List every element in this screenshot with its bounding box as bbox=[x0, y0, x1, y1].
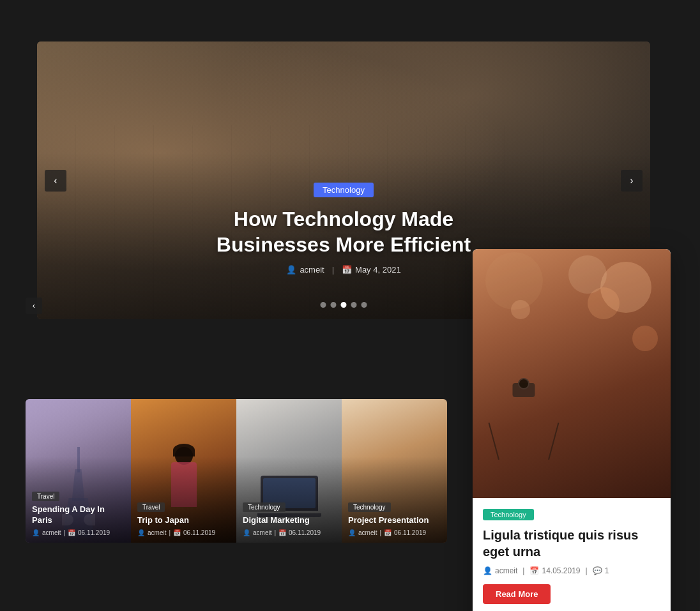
featured-card: Technology Ligula tristique quis risus e… bbox=[473, 249, 671, 611]
camera-tripod-icon bbox=[492, 383, 556, 460]
featured-author: 👤 acmeit bbox=[483, 566, 517, 575]
strip-card-paris[interactable]: Travel Spending A Day In Paris 👤 acmeit … bbox=[26, 399, 131, 543]
user-icon: 👤 bbox=[286, 265, 296, 275]
hero-next-button[interactable]: › bbox=[621, 170, 643, 192]
strip-paris-meta: 👤 acmeit | 📅 06.11.2019 bbox=[32, 529, 125, 536]
hero-slider-dots bbox=[321, 302, 367, 308]
user-icon: 👤 bbox=[483, 566, 492, 575]
strip-presentation-title: Project Presentation bbox=[348, 515, 441, 526]
photographer-figure bbox=[556, 294, 658, 498]
chevron-right-icon: › bbox=[630, 175, 633, 186]
strip-presentation-meta: 👤 acmeit | 📅 06.11.2019 bbox=[348, 529, 441, 536]
featured-date: 📅 14.05.2019 bbox=[529, 566, 580, 575]
featured-comments: 💬 1 bbox=[593, 566, 609, 575]
strip-marketing-meta: 👤 acmeit | 📅 06.11.2019 bbox=[243, 529, 335, 536]
calendar-icon: 📅 bbox=[68, 529, 75, 536]
hero-content: Technology How Technology Made Businesse… bbox=[190, 183, 497, 275]
dot-2[interactable] bbox=[331, 302, 337, 308]
strip-prev-button[interactable]: ‹ bbox=[26, 298, 42, 314]
calendar-icon: 📅 bbox=[173, 529, 181, 536]
comment-icon: 💬 bbox=[593, 566, 602, 575]
featured-meta: 👤 acmeit | 📅 14.05.2019 | 💬 1 bbox=[483, 566, 660, 575]
strip-card-marketing-content: Technology Digital Marketing 👤 acmeit | … bbox=[243, 501, 335, 536]
chevron-left-icon: ‹ bbox=[33, 301, 35, 310]
calendar-icon: 📅 bbox=[342, 265, 352, 275]
featured-card-image bbox=[473, 249, 671, 498]
calendar-icon: 📅 bbox=[529, 566, 539, 575]
bokeh-light bbox=[568, 255, 607, 294]
featured-card-body: Technology Ligula tristique quis risus e… bbox=[473, 498, 671, 611]
user-icon: 👤 bbox=[137, 529, 145, 536]
strip-paris-category: Travel bbox=[32, 492, 59, 501]
hero-title: How Technology Made Businesses More Effi… bbox=[190, 206, 497, 257]
strip-japan-title: Trip to Japan bbox=[137, 515, 230, 526]
read-more-button[interactable]: Read More bbox=[483, 584, 551, 604]
user-icon: 👤 bbox=[32, 529, 40, 536]
featured-title: Ligula tristique quis risus eget urna bbox=[483, 527, 660, 560]
hero-meta: 👤 acmeit | 📅 May 4, 2021 bbox=[190, 265, 497, 275]
bokeh-light bbox=[511, 300, 530, 319]
strip-marketing-title: Digital Marketing bbox=[243, 515, 335, 526]
chevron-left-icon: ‹ bbox=[54, 175, 57, 186]
user-icon: 👤 bbox=[243, 529, 250, 536]
meta-divider: | bbox=[332, 265, 334, 275]
hero-prev-button[interactable]: ‹ bbox=[45, 170, 66, 192]
hero-author: 👤 acmeit bbox=[286, 265, 324, 275]
strip-paris-title: Spending A Day In Paris bbox=[32, 504, 125, 526]
bokeh-light bbox=[485, 252, 543, 310]
strip-card-japan[interactable]: Travel Trip to Japan 👤 acmeit | 📅 06.11.… bbox=[131, 399, 236, 543]
strip-card-presentation-content: Technology Project Presentation 👤 acmeit… bbox=[348, 501, 441, 536]
dot-1[interactable] bbox=[321, 302, 326, 308]
strip-card-presentation[interactable]: Technology Project Presentation 👤 acmeit… bbox=[342, 399, 447, 543]
card-strip: Travel Spending A Day In Paris 👤 acmeit … bbox=[26, 399, 447, 543]
strip-marketing-category: Technology bbox=[243, 502, 285, 512]
strip-card-paris-content: Travel Spending A Day In Paris 👤 acmeit … bbox=[32, 490, 125, 536]
user-icon: 👤 bbox=[348, 529, 356, 536]
dot-5[interactable] bbox=[361, 302, 367, 308]
strip-card-marketing[interactable]: Technology Digital Marketing 👤 acmeit | … bbox=[236, 399, 342, 543]
calendar-icon: 📅 bbox=[384, 529, 392, 536]
strip-japan-category: Travel bbox=[137, 502, 165, 512]
hero-category-badge[interactable]: Technology bbox=[314, 183, 374, 197]
strip-presentation-category: Technology bbox=[348, 502, 391, 512]
dot-4[interactable] bbox=[351, 302, 357, 308]
calendar-icon: 📅 bbox=[278, 529, 286, 536]
strip-card-japan-content: Travel Trip to Japan 👤 acmeit | 📅 06.11.… bbox=[137, 501, 230, 536]
hero-date: 📅 May 4, 2021 bbox=[342, 265, 401, 275]
strip-japan-meta: 👤 acmeit | 📅 06.11.2019 bbox=[137, 529, 230, 536]
dot-3[interactable] bbox=[341, 302, 347, 308]
featured-category-badge[interactable]: Technology bbox=[483, 509, 534, 520]
